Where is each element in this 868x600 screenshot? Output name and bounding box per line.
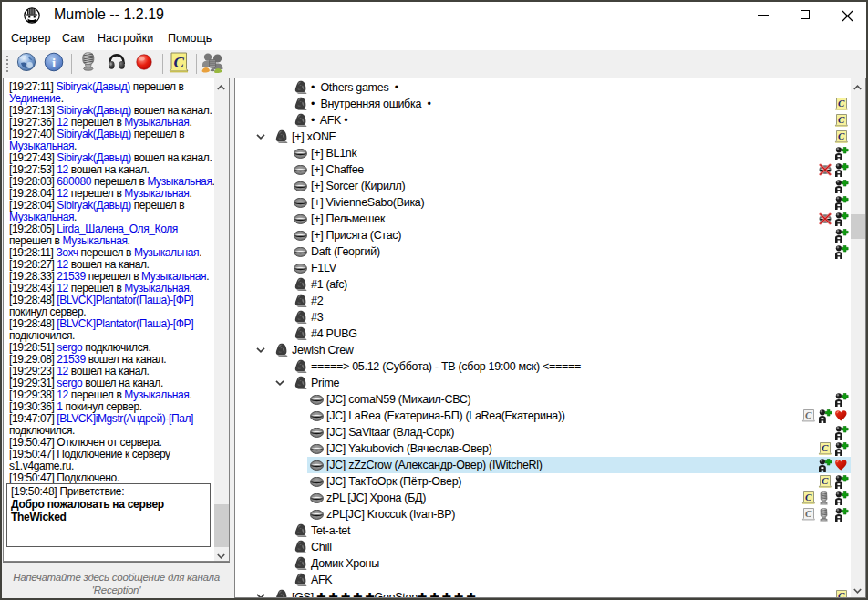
svg-text:i: i xyxy=(52,56,56,70)
svg-text:C: C xyxy=(805,409,812,420)
svg-text:C: C xyxy=(805,508,812,519)
svg-text:C: C xyxy=(838,590,845,598)
svg-text:C: C xyxy=(174,54,185,71)
svg-text:C: C xyxy=(822,442,829,453)
svg-text:C: C xyxy=(822,475,829,486)
svg-text:C: C xyxy=(838,98,845,109)
svg-text:C: C xyxy=(838,130,845,141)
svg-text:C: C xyxy=(805,491,812,502)
svg-text:C: C xyxy=(838,114,845,125)
